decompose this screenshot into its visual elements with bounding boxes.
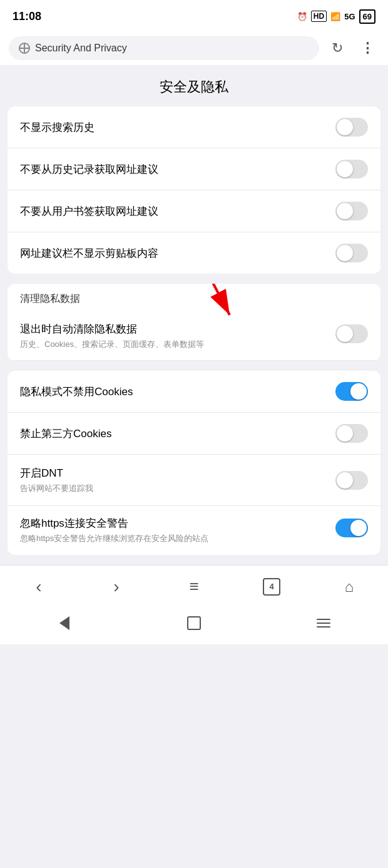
- toggle-auto-clear-on-exit[interactable]: [335, 324, 368, 343]
- row-title: 开启DNT: [20, 466, 328, 480]
- forward-button[interactable]: ›: [100, 573, 133, 601]
- page-title: 安全及隐私: [0, 65, 388, 106]
- menu-button[interactable]: ≡: [178, 573, 210, 601]
- toggle-knob: [337, 119, 353, 135]
- toggle-dnt[interactable]: [335, 471, 368, 490]
- settings-section-2: 清理隐私数据 退出时自动清除隐私数据 历史、Cookies、搜索记录、页面缓存、…: [8, 284, 380, 361]
- status-bar: 11:08 ⏰ HD 📶 5G 69: [0, 0, 388, 31]
- row-subtitle: 告诉网站不要追踪我: [20, 483, 328, 494]
- address-text: Security And Privacy: [35, 43, 127, 54]
- refresh-button[interactable]: ↻: [325, 36, 349, 60]
- status-icons: ⏰ HD 📶 5G 69: [297, 11, 375, 22]
- system-menu-icon: [317, 619, 330, 628]
- toggle-block-third-party-cookies[interactable]: [335, 424, 368, 443]
- row-no-bookmark-suggest[interactable]: 不要从用户书签获取网址建议: [8, 190, 380, 232]
- system-home-button[interactable]: [178, 612, 210, 634]
- toggle-knob: [350, 520, 367, 536]
- signal-icon: 5G: [344, 12, 355, 21]
- row-title: 不要从历史记录获取网址建议: [20, 162, 328, 177]
- row-auto-clear-on-exit[interactable]: 退出时自动清除隐私数据 历史、Cookies、搜索记录、页面缓存、表单数据等: [8, 312, 380, 361]
- wifi-icon: 📶: [330, 12, 340, 21]
- status-time: 11:08: [13, 10, 41, 23]
- row-dnt[interactable]: 开启DNT 告诉网站不要追踪我: [8, 455, 380, 506]
- home-icon: ⌂: [345, 578, 354, 596]
- system-recent-button[interactable]: [307, 612, 340, 634]
- system-back-icon: [59, 616, 69, 630]
- system-recent-icon: [187, 616, 201, 630]
- row-private-cookies[interactable]: 隐私模式不禁用Cookies: [8, 371, 380, 413]
- row-title: 退出时自动清除隐私数据: [20, 322, 328, 336]
- toggle-no-bookmark-suggest[interactable]: [335, 202, 368, 220]
- toggle-knob: [337, 245, 353, 261]
- row-no-clipboard[interactable]: 网址建议栏不显示剪贴板内容: [8, 232, 380, 274]
- row-subtitle: 历史、Cookies、搜索记录、页面缓存、表单数据等: [20, 339, 328, 350]
- row-no-history-suggest[interactable]: 不要从历史记录获取网址建议: [8, 148, 380, 190]
- back-button[interactable]: ‹: [23, 573, 55, 601]
- toggle-knob: [337, 203, 353, 219]
- globe-icon: [19, 43, 30, 54]
- row-block-third-party-cookies[interactable]: 禁止第三方Cookies: [8, 413, 380, 455]
- row-title: 隐私模式不禁用Cookies: [20, 385, 328, 399]
- tabs-button[interactable]: 4: [255, 573, 288, 601]
- toggle-knob: [337, 425, 353, 442]
- back-icon: ‹: [36, 577, 41, 597]
- row-title: 禁止第三方Cookies: [20, 426, 328, 441]
- system-navigation: [0, 606, 388, 644]
- row-title: 忽略https连接安全警告: [20, 516, 328, 530]
- bottom-navigation: ‹ › ≡ 4 ⌂: [0, 565, 388, 606]
- section-label-clear-privacy: 清理隐私数据: [8, 284, 380, 312]
- row-no-search-history[interactable]: 不显示搜索历史: [8, 106, 380, 148]
- row-subtitle: 忽略https安全警告允许继续浏览存在安全风险的站点: [20, 533, 328, 544]
- more-button[interactable]: ⋮: [355, 36, 379, 60]
- address-input-field[interactable]: Security And Privacy: [9, 36, 319, 60]
- settings-section-1: 不显示搜索历史 不要从历史记录获取网址建议 不要从用户书签获取网址建议 网址建议…: [8, 106, 380, 274]
- toggle-private-cookies[interactable]: [335, 382, 368, 401]
- alarm-icon: ⏰: [297, 12, 307, 21]
- address-bar: Security And Privacy ↻ ⋮: [0, 31, 388, 65]
- row-title: 网址建议栏不显示剪贴板内容: [20, 246, 328, 261]
- menu-icon: ≡: [189, 577, 198, 596]
- tabs-badge: 4: [263, 578, 280, 596]
- toggle-knob: [337, 472, 353, 488]
- toggle-no-search-history[interactable]: [335, 118, 368, 137]
- system-back-button[interactable]: [48, 612, 81, 634]
- toggle-no-clipboard[interactable]: [335, 244, 368, 262]
- settings-section-3: 隐私模式不禁用Cookies 禁止第三方Cookies 开启DNT 告诉网站不要…: [8, 371, 380, 554]
- toggle-no-history-suggest[interactable]: [335, 160, 368, 178]
- refresh-icon: ↻: [332, 40, 343, 56]
- hd-icon: HD: [311, 11, 327, 22]
- row-ignore-https-warning[interactable]: 忽略https连接安全警告 忽略https安全警告允许继续浏览存在安全风险的站点: [8, 506, 380, 554]
- toggle-knob: [337, 326, 353, 342]
- row-title: 不要从用户书签获取网址建议: [20, 204, 328, 219]
- home-button[interactable]: ⌂: [333, 573, 365, 601]
- forward-icon: ›: [113, 577, 119, 597]
- battery-icon: 69: [359, 12, 375, 21]
- more-icon: ⋮: [360, 40, 374, 56]
- toggle-knob: [337, 161, 353, 177]
- toggle-knob: [350, 383, 367, 400]
- row-title: 不显示搜索历史: [20, 120, 328, 135]
- toggle-ignore-https-warning[interactable]: [335, 519, 368, 537]
